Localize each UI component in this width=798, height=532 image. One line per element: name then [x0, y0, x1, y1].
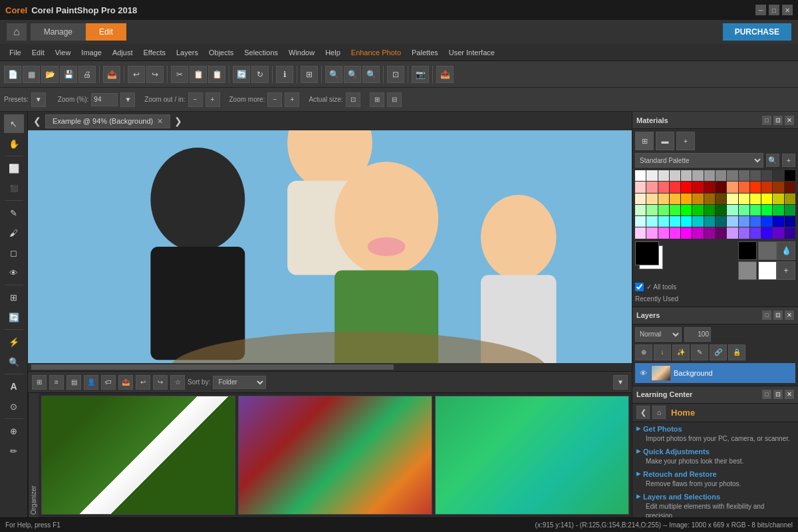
- org-redo-btn[interactable]: ↪: [153, 375, 168, 390]
- tool-eraser[interactable]: ◻: [4, 243, 24, 262]
- rotate-right-button[interactable]: ↻: [251, 66, 269, 83]
- color-cell[interactable]: [692, 194, 703, 204]
- lc-item-3[interactable]: Layers and SelectionsEdit multiple eleme…: [636, 493, 794, 517]
- materials-float-btn[interactable]: ⊡: [773, 116, 783, 125]
- lc-back-btn[interactable]: ❮: [636, 406, 650, 419]
- menu-user-interface[interactable]: User Interface: [444, 47, 500, 59]
- color-cell[interactable]: [692, 216, 703, 227]
- color-cell[interactable]: [635, 205, 646, 215]
- color-cell[interactable]: [681, 182, 692, 192]
- color-cell[interactable]: [727, 205, 737, 215]
- lc-minimize-btn[interactable]: □: [762, 390, 771, 399]
- color-cell[interactable]: [785, 194, 795, 204]
- palette-search-btn[interactable]: 🔍: [766, 154, 779, 167]
- menu-enhance-photo[interactable]: Enhance Photo: [346, 47, 406, 59]
- black-swatch[interactable]: [738, 241, 757, 260]
- blend-mode-select[interactable]: Normal: [635, 327, 682, 342]
- lc-home-icon[interactable]: ⌂: [652, 406, 666, 419]
- color-cell[interactable]: [704, 227, 715, 238]
- layer-lock-btn[interactable]: 🔒: [728, 344, 745, 360]
- palette-settings-btn[interactable]: +: [782, 154, 795, 167]
- white-swatch[interactable]: [758, 261, 777, 280]
- tool-text[interactable]: A: [4, 377, 24, 396]
- color-cell[interactable]: [681, 194, 692, 204]
- color-cell[interactable]: [716, 227, 726, 238]
- tool-eye[interactable]: 👁: [4, 263, 24, 282]
- color-cell[interactable]: [785, 227, 795, 238]
- sort-select[interactable]: Folder: [213, 376, 266, 389]
- org-thumb-1[interactable]: [41, 396, 235, 515]
- color-cell[interactable]: [785, 182, 795, 192]
- fit-btn[interactable]: ⊞: [370, 92, 384, 107]
- color-cell[interactable]: [739, 205, 749, 215]
- layers-minimize-btn[interactable]: □: [762, 311, 771, 320]
- zoom-minus-btn[interactable]: −: [188, 92, 203, 107]
- menu-selections[interactable]: Selections: [239, 47, 283, 59]
- color-cell[interactable]: [658, 194, 669, 204]
- undo-button[interactable]: ↩: [128, 66, 145, 83]
- color-cell[interactable]: [773, 182, 783, 192]
- new-file-button[interactable]: 📄: [4, 66, 21, 83]
- color-cell[interactable]: [727, 194, 737, 204]
- export-button[interactable]: 📤: [436, 66, 454, 83]
- org-thumb-3[interactable]: [435, 396, 629, 515]
- color-cell[interactable]: [681, 170, 692, 181]
- menu-effects[interactable]: Effects: [138, 47, 171, 59]
- layers-float-btn[interactable]: ⊡: [773, 311, 783, 320]
- color-cell[interactable]: [761, 182, 772, 192]
- zoom-input[interactable]: [91, 93, 118, 106]
- color-cell[interactable]: [750, 194, 761, 204]
- org-thumbnails-btn[interactable]: ⊞: [32, 375, 47, 390]
- color-cell[interactable]: [750, 170, 761, 181]
- canvas-scrollbar-horizontal[interactable]: [28, 363, 632, 371]
- info-button[interactable]: ℹ: [276, 66, 293, 83]
- layers-close-btn[interactable]: ✕: [785, 311, 794, 320]
- color-cell[interactable]: [635, 182, 646, 192]
- org-list-btn[interactable]: ≡: [49, 375, 64, 390]
- color-cell[interactable]: [716, 216, 726, 227]
- canvas-nav-left[interactable]: ❮: [31, 116, 44, 126]
- open-button[interactable]: 📂: [41, 66, 59, 83]
- tool-lighten[interactable]: ⚡: [4, 332, 24, 351]
- org-share-btn[interactable]: 📤: [118, 375, 133, 390]
- color-cell[interactable]: [750, 205, 761, 215]
- color-cell[interactable]: [692, 205, 703, 215]
- tool-add[interactable]: ⊕: [4, 422, 24, 440]
- lc-item-2[interactable]: Retouch and RestoreRemove flaws from you…: [636, 470, 794, 489]
- cut-button[interactable]: ✂: [171, 66, 188, 83]
- color-cell[interactable]: [739, 170, 749, 181]
- color-cell[interactable]: [704, 216, 715, 227]
- tool-zoom[interactable]: 🔍: [4, 352, 24, 371]
- org-map-btn[interactable]: 👤: [84, 375, 98, 390]
- menu-image[interactable]: Image: [76, 47, 107, 59]
- color-cell[interactable]: [716, 170, 726, 181]
- color-cell[interactable]: [658, 205, 669, 215]
- color-cell[interactable]: [761, 216, 772, 227]
- tool-selection[interactable]: ⬜: [4, 159, 24, 178]
- color-cell[interactable]: [670, 227, 680, 238]
- tool-freehand[interactable]: ⬛: [4, 179, 24, 198]
- canvas-tab[interactable]: Example @ 94% (Background) ✕: [45, 114, 170, 128]
- color-cell[interactable]: [785, 205, 795, 215]
- med-gray-swatch[interactable]: [738, 261, 757, 280]
- color-cell[interactable]: [716, 194, 726, 204]
- color-cell[interactable]: [773, 194, 783, 204]
- menu-palettes[interactable]: Palettes: [406, 47, 444, 59]
- color-cell[interactable]: [658, 182, 669, 192]
- tool-select[interactable]: ↖: [4, 114, 24, 133]
- tool-paint[interactable]: ✎: [4, 203, 24, 222]
- color-cell[interactable]: [635, 216, 646, 227]
- materials-close-btn[interactable]: ✕: [785, 116, 794, 125]
- color-cell[interactable]: [750, 227, 761, 238]
- org-thumb-2[interactable]: [238, 396, 432, 515]
- presets-dropdown[interactable]: ▼: [31, 92, 46, 107]
- zoom-down-btn[interactable]: ▼: [120, 92, 135, 107]
- minimize-button[interactable]: ─: [755, 5, 766, 15]
- color-cell[interactable]: [704, 205, 715, 215]
- zoom-plus-btn[interactable]: +: [205, 92, 220, 107]
- layer-row-background[interactable]: 👁 Background: [635, 363, 795, 383]
- canvas-tab-close[interactable]: ✕: [157, 117, 163, 126]
- color-cell[interactable]: [773, 216, 783, 227]
- color-cell[interactable]: [727, 216, 737, 227]
- lc-item-0[interactable]: Get PhotosImport photos from your PC, ca…: [636, 425, 794, 444]
